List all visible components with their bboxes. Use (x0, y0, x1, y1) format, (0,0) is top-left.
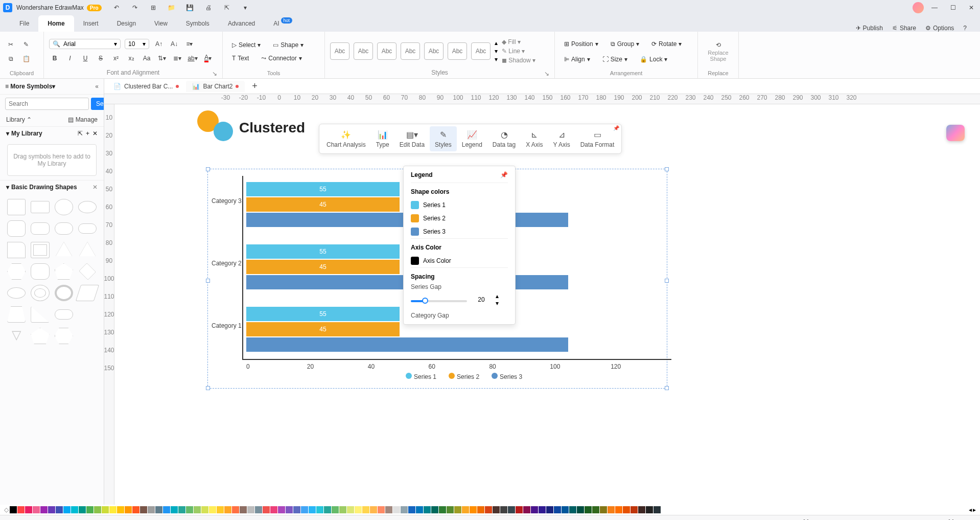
strike-icon[interactable]: S (95, 53, 106, 64)
color-swatch[interactable] (569, 506, 576, 513)
line-dropdown[interactable]: ✎ Line ▾ (502, 48, 535, 55)
color-swatch[interactable] (646, 506, 653, 513)
color-swatch[interactable] (546, 506, 553, 513)
menu-design[interactable]: Design (108, 15, 145, 32)
position-dropdown[interactable]: ⊞ Position▾ (560, 39, 602, 49)
color-swatch[interactable] (615, 506, 622, 513)
fill-dropdown[interactable]: ◆ Fill ▾ (502, 38, 535, 46)
shape-trapezoid[interactable] (7, 306, 26, 323)
color-swatch[interactable] (393, 506, 400, 513)
color-swatch[interactable] (470, 506, 477, 513)
menu-insert[interactable]: Insert (74, 15, 108, 32)
my-library-section[interactable]: ▾ My Library ⇱ + ✕ (0, 126, 104, 140)
text-tool[interactable]: T Text (228, 53, 253, 63)
options-button[interactable]: ⚙ Options (922, 25, 957, 32)
more-icon[interactable]: ▾ (240, 2, 251, 13)
cut-icon[interactable]: ✂ (5, 39, 16, 50)
menu-advanced[interactable]: Advanced (219, 15, 264, 32)
color-swatch[interactable] (33, 506, 40, 513)
color-swatch[interactable] (94, 506, 101, 513)
more-symbols-label[interactable]: More Symbols (10, 83, 52, 90)
zoom-out-icon[interactable]: − (874, 517, 885, 521)
color-swatch[interactable] (500, 506, 507, 513)
pin-icon[interactable]: 📌 (613, 125, 619, 131)
color-swatch[interactable] (247, 506, 254, 513)
menu-symbols[interactable]: Symbols (177, 15, 219, 32)
color-swatch[interactable] (608, 506, 615, 513)
paste-icon[interactable]: 📋 (20, 53, 32, 64)
datatag-button[interactable]: ◔Data tag (487, 126, 521, 151)
color-swatch[interactable] (385, 506, 392, 513)
color-swatch[interactable] (332, 506, 339, 513)
color-swatch[interactable] (140, 506, 147, 513)
dataformat-button[interactable]: ▭Data Format (575, 126, 620, 151)
shape-circle[interactable] (55, 199, 73, 215)
shape-frame[interactable] (31, 242, 49, 258)
shape-arrowdown[interactable]: ▽ (7, 328, 26, 344)
page-list-icon[interactable]: ▤ (6, 517, 17, 521)
shadow-dropdown[interactable]: ◼ Shadow ▾ (502, 57, 535, 64)
color-swatch[interactable] (316, 506, 323, 513)
color-swatch[interactable] (71, 506, 78, 513)
menu-file[interactable]: File (10, 15, 38, 32)
line-spacing-icon[interactable]: ⇅▾ (156, 53, 168, 64)
color-swatch[interactable] (654, 506, 661, 513)
close-icon[interactable]: ✕ (966, 2, 977, 13)
doc-tab[interactable]: 📄 Clustered Bar C... (107, 81, 185, 92)
color-swatch[interactable] (401, 506, 408, 513)
close-section-icon[interactable]: ✕ (92, 184, 98, 191)
shape-pent2[interactable] (31, 328, 49, 344)
shape-triangle2[interactable] (78, 242, 97, 258)
style-preset[interactable]: Abc (401, 42, 420, 60)
shape-oval[interactable] (7, 287, 26, 299)
color-swatch[interactable] (370, 506, 377, 513)
connector-tool[interactable]: ⤳ Connector ▾ (257, 53, 306, 63)
color-swatch[interactable] (592, 506, 599, 513)
color-swatch[interactable] (324, 506, 331, 513)
shape-square[interactable] (7, 199, 26, 215)
color-swatch[interactable] (439, 506, 446, 513)
color-swatch[interactable] (86, 506, 94, 513)
color-swatch[interactable] (171, 506, 178, 513)
color-swatch[interactable] (217, 506, 224, 513)
chart-styles-button[interactable]: ✎Styles (430, 126, 457, 151)
shape-rect[interactable] (31, 201, 49, 213)
color-swatch[interactable] (623, 506, 630, 513)
export-lib-icon[interactable]: ⇱ (78, 130, 83, 137)
align-dropdown[interactable]: ⊫ Align▾ (560, 54, 594, 64)
subscript-icon[interactable]: x₂ (126, 53, 137, 64)
color-swatch[interactable] (194, 506, 201, 513)
style-preset[interactable]: Abc (377, 42, 396, 60)
color-swatch[interactable] (25, 506, 32, 513)
color-swatch[interactable] (255, 506, 262, 513)
fit-icon[interactable]: ⛶ (945, 517, 956, 521)
color-swatch[interactable] (531, 506, 538, 513)
basic-shapes-section[interactable]: ▾ Basic Drawing Shapes✕ (0, 180, 104, 194)
chart-analysis-button[interactable]: ✨Chart Analysis (321, 126, 371, 151)
color-swatch[interactable] (301, 506, 308, 513)
open-icon[interactable]: 📁 (166, 2, 177, 13)
shape-snip[interactable] (7, 242, 26, 258)
list-icon[interactable]: ≣▾ (172, 53, 183, 64)
lock-dropdown[interactable]: 🔒 Lock▾ (636, 54, 671, 64)
series2-color[interactable]: Series 2 (411, 212, 508, 225)
drop-area[interactable]: Drag symbols here to add to My Library (7, 144, 97, 176)
color-swatch[interactable] (447, 506, 454, 513)
align-dropdown-icon[interactable]: ≡▾ (184, 38, 195, 50)
style-preset[interactable]: Abc (471, 42, 491, 60)
copy-icon[interactable]: ⧉ (5, 53, 16, 64)
color-swatch[interactable] (224, 506, 231, 513)
color-swatch[interactable] (48, 506, 55, 513)
color-swatch[interactable] (117, 506, 124, 513)
menu-ai[interactable]: AIhot (264, 15, 301, 32)
new-icon[interactable]: ⊞ (148, 2, 159, 13)
color-swatch[interactable] (508, 506, 515, 513)
color-swatch[interactable] (148, 506, 155, 513)
shape-ring[interactable] (55, 285, 73, 301)
color-swatch[interactable] (600, 506, 607, 513)
color-swatch[interactable] (79, 506, 86, 513)
shape-rtriangle[interactable] (31, 306, 49, 323)
color-swatch[interactable] (102, 506, 109, 513)
color-swatch[interactable] (186, 506, 193, 513)
color-swatch[interactable] (309, 506, 316, 513)
